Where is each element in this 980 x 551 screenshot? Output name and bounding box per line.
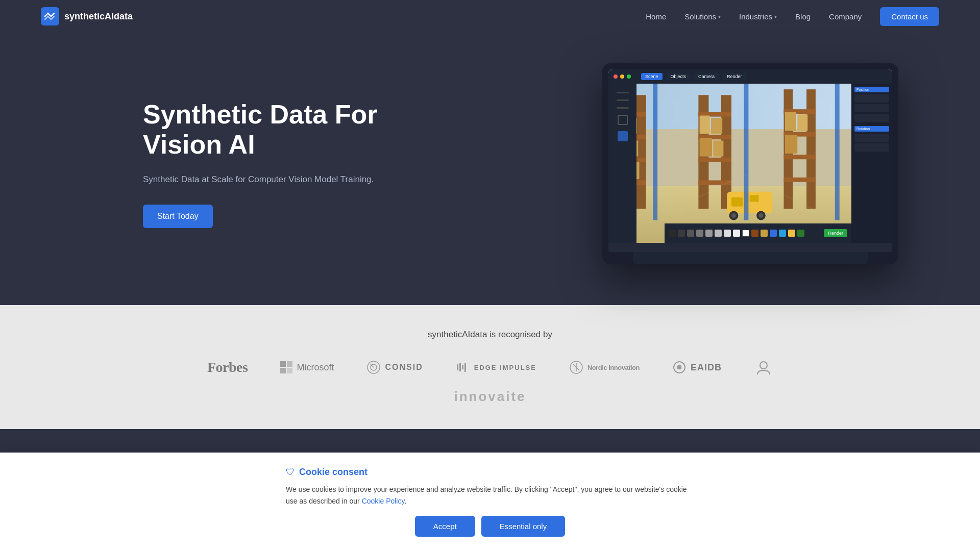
screen-tabs: Scene Objects Camera Render — [641, 73, 746, 80]
laptop-base — [608, 243, 892, 252]
svg-rect-42 — [653, 84, 657, 220]
screen-tab-render: Render — [723, 73, 746, 80]
innovaite-logo-text: innovaite — [454, 389, 526, 405]
screen-content: Render Position Rotation — [608, 84, 892, 243]
logo-eaidb: EAIDB — [672, 360, 722, 374]
svg-rect-52 — [464, 363, 466, 372]
svg-rect-43 — [744, 84, 749, 220]
screen-tab-camera: Camera — [694, 73, 719, 80]
nordic-logo-text: Nordic Innovation — [587, 364, 640, 371]
logos-section: syntheticAIdata is recognised by Forbes … — [0, 305, 980, 429]
cookie-policy-link[interactable]: Cookie Policy — [362, 497, 405, 505]
screen-sidebar — [608, 84, 636, 243]
color-swatch — [733, 230, 740, 237]
logo-microsoft: Microsoft — [280, 361, 334, 373]
logos-row2: innovaite — [41, 389, 939, 405]
color-swatch — [669, 230, 676, 237]
microsoft-grid-icon — [280, 361, 292, 373]
cookie-title: Cookie consent — [299, 467, 368, 478]
nav-solutions[interactable]: Solutions ▾ — [684, 12, 721, 21]
start-today-button[interactable]: Start Today — [143, 205, 213, 228]
color-swatch — [761, 230, 768, 237]
color-swatch — [705, 230, 713, 237]
svg-rect-57 — [677, 365, 681, 369]
svg-rect-21 — [698, 180, 731, 185]
svg-rect-30 — [784, 155, 816, 159]
nav-industries[interactable]: Industries ▾ — [739, 12, 777, 21]
logos-title: syntheticAIdata is recognised by — [41, 330, 939, 340]
logo-user — [754, 358, 773, 377]
laptop-stand — [633, 252, 868, 264]
dot-yellow — [620, 74, 624, 79]
logo-innovaite: innovaite — [454, 389, 526, 405]
svg-rect-44 — [835, 84, 840, 220]
eaidb-icon — [672, 360, 687, 374]
nordic-icon — [569, 360, 583, 374]
cookie-buttons: Accept Essential only — [286, 516, 694, 537]
svg-point-58 — [760, 362, 767, 369]
svg-rect-33 — [797, 114, 807, 131]
color-swatch — [742, 230, 749, 237]
render-button: Render — [824, 229, 847, 237]
laptop-screen: Scene Objects Camera Render — [608, 69, 892, 243]
svg-rect-9 — [636, 180, 646, 185]
consid-icon — [366, 360, 381, 374]
screen-toolbar: Render — [665, 223, 851, 243]
navbar-links: Home Solutions ▾ Industries ▾ Blog Compa… — [646, 7, 939, 26]
hero-subtitle: Synthetic Data at Scale for Computer Vis… — [143, 172, 429, 186]
industries-chevron-icon: ▾ — [774, 14, 777, 19]
screen-header: Scene Objects Camera Render — [608, 69, 892, 84]
svg-rect-22 — [700, 115, 710, 134]
svg-rect-34 — [785, 135, 798, 154]
essential-only-button[interactable]: Essential only — [481, 516, 566, 537]
logos-grid: Forbes Microsoft CONSID — [41, 358, 939, 377]
nav-home[interactable]: Home — [646, 12, 666, 21]
svg-rect-0 — [41, 7, 59, 26]
svg-rect-11 — [636, 118, 637, 134]
microsoft-logo-text: Microsoft — [297, 362, 334, 373]
svg-point-39 — [731, 213, 736, 218]
color-swatch — [788, 230, 795, 237]
logo-consid: CONSID — [366, 360, 423, 374]
color-swatch — [770, 230, 777, 237]
svg-rect-23 — [711, 118, 722, 134]
nav-company[interactable]: Company — [829, 12, 862, 21]
edge-impulse-logo-text: EDGE IMPULSE — [474, 364, 536, 371]
color-swatch — [724, 230, 731, 237]
brand-logo-container[interactable]: syntheticAIdata — [41, 7, 133, 26]
ms-sq-yellow — [287, 368, 292, 373]
cookie-title-row: 🛡 Cookie consent — [286, 467, 694, 478]
hero-title: Synthetic Data For Vision AI — [143, 99, 429, 161]
svg-rect-6 — [636, 112, 646, 117]
user-badge-icon — [754, 358, 773, 377]
accept-button[interactable]: Accept — [415, 516, 475, 537]
color-swatch — [696, 230, 703, 237]
cookie-shield-icon: 🛡 — [286, 467, 295, 478]
brand-name: syntheticAIdata — [64, 11, 133, 22]
nav-blog[interactable]: Blog — [795, 12, 811, 21]
hero-section: Synthetic Data For Vision AI Synthetic D… — [0, 33, 980, 305]
warehouse-scene — [636, 84, 851, 243]
color-swatch — [779, 230, 786, 237]
logo-edge-impulse: EDGE IMPULSE — [456, 362, 536, 372]
solutions-chevron-icon: ▾ — [718, 14, 721, 19]
navbar: syntheticAIdata Home Solutions ▾ Industr… — [0, 0, 980, 33]
cookie-banner: 🛡 Cookie consent We use cookies to impro… — [0, 453, 980, 551]
contact-us-button[interactable]: Contact us — [880, 7, 939, 26]
svg-rect-27 — [806, 89, 816, 209]
logo-nordic: Nordic Innovation — [569, 360, 640, 374]
svg-rect-49 — [457, 364, 458, 370]
forbes-logo-text: Forbes — [207, 359, 248, 375]
color-swatch — [715, 230, 722, 237]
svg-rect-25 — [713, 140, 723, 156]
svg-rect-36 — [731, 197, 743, 207]
hero-image: Scene Objects Camera Render — [602, 63, 898, 264]
svg-rect-13 — [636, 140, 638, 156]
brand-icon — [41, 7, 59, 26]
consid-logo-text: CONSID — [385, 363, 423, 372]
screen-tab-objects: Objects — [667, 73, 691, 80]
svg-rect-24 — [700, 138, 713, 157]
svg-point-41 — [758, 213, 763, 218]
color-swatch — [687, 230, 694, 237]
dot-red — [614, 74, 618, 79]
